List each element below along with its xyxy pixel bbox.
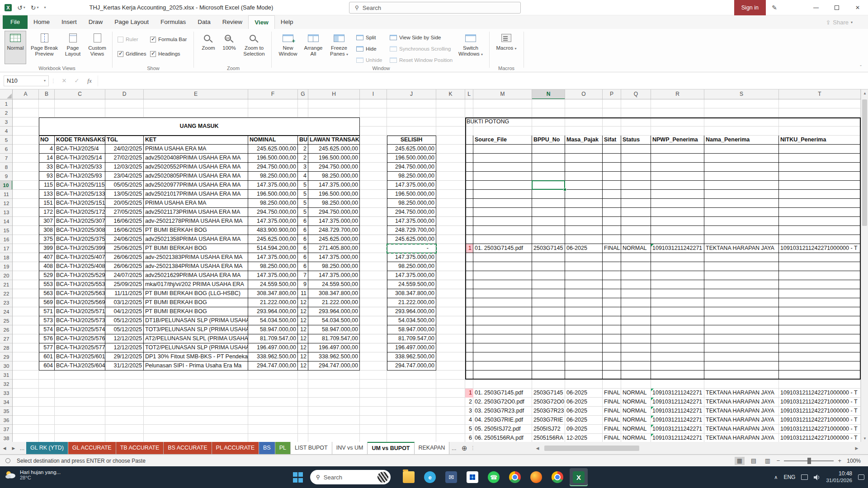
row-header-1[interactable]: 1	[0, 99, 13, 108]
page-layout-view-toggle[interactable]: ▤	[749, 457, 759, 465]
formula-input[interactable]	[98, 75, 868, 86]
cell-R31[interactable]	[651, 371, 704, 380]
cell-J15[interactable]: 248.729.700,00	[387, 226, 436, 235]
horizontal-scrollbar-thumb[interactable]	[544, 446, 639, 451]
cell-B29[interactable]: 601	[39, 352, 55, 361]
cell-F29[interactable]: 338.962.500,00	[248, 352, 298, 361]
row-header-31[interactable]: 31	[0, 371, 13, 380]
cell-E18[interactable]: adv-25021383PRIMA USAHA ERA MA	[144, 253, 248, 262]
cell-D18[interactable]: 26/06/2025	[105, 253, 144, 262]
cell-C22[interactable]: BCA-THJ/2025/563	[55, 289, 105, 298]
cell-D11[interactable]: 13/05/2025	[105, 190, 144, 199]
cell-N18[interactable]	[532, 253, 565, 262]
cell-B20[interactable]: 529	[39, 271, 55, 280]
cell-D14[interactable]: 16/06/2025	[105, 217, 144, 226]
tab-scroll-separator[interactable]: ⋮	[470, 442, 473, 454]
cell-S26[interactable]	[704, 325, 779, 334]
cell-B11[interactable]: 133	[39, 190, 55, 199]
taskbar-excel-icon[interactable]: X	[570, 468, 588, 486]
cell-P31[interactable]	[603, 371, 621, 380]
cell-Q20[interactable]	[621, 271, 651, 280]
taskbar-edge-icon[interactable]: e	[421, 468, 439, 486]
custom-views-button[interactable]: Custom Views	[85, 31, 109, 64]
cell-R23[interactable]	[651, 298, 704, 307]
cell-R34[interactable]: 1091031211242271	[651, 398, 704, 407]
cell-D6[interactable]: 24/02/2025	[105, 145, 144, 154]
cell-D9[interactable]: 23/04/2025	[105, 172, 144, 181]
column-header-L[interactable]: L	[465, 89, 473, 99]
cell-N37[interactable]: 2505ISJ72	[532, 425, 565, 434]
cell-P20[interactable]	[603, 271, 621, 280]
cell-L5[interactable]	[465, 136, 473, 145]
cell-P23[interactable]	[603, 298, 621, 307]
start-button[interactable]	[293, 472, 304, 483]
macros-button[interactable]: Macros ▾	[495, 31, 518, 64]
cell-S34[interactable]: TEKTANA HARAPAN JAYA	[704, 398, 779, 407]
cell-T27[interactable]	[779, 334, 861, 343]
taskbar-mail-icon[interactable]: ✉	[442, 468, 460, 486]
cell-C29[interactable]: BCA-THJ/2025/601	[55, 352, 105, 361]
vertical-scrollbar[interactable]: ▲ ▼	[861, 89, 868, 442]
cell-T13[interactable]	[779, 208, 861, 217]
cell-J14[interactable]: 147.375.000,00	[387, 217, 436, 226]
cell-L31[interactable]	[465, 371, 473, 380]
cell-N15[interactable]	[532, 226, 565, 235]
cell-H16[interactable]: 245.625.000,00	[308, 235, 360, 244]
sheet-tab-gl-rk-ytd-[interactable]: GL RK (YTD)	[26, 442, 68, 454]
cell-F23[interactable]: 21.222.000,00	[248, 298, 298, 307]
cell-E9[interactable]: adv25020805PRIMA USAHA ERA MA	[144, 172, 248, 181]
cell-C24[interactable]: BCA-THJ/2025/571	[55, 307, 105, 316]
cell-E5[interactable]: KET	[144, 136, 248, 145]
switch-windows-button[interactable]: Switch Windows ▾	[457, 31, 485, 64]
hidden-icons-chevron[interactable]: ∧	[774, 474, 778, 480]
cell-J30[interactable]: 294.747.000,00	[387, 361, 436, 371]
cell-C14[interactable]: BCA-THJ/2025/307	[55, 217, 105, 226]
cell-H19[interactable]: 98.250.000,00	[308, 262, 360, 271]
cell-T38[interactable]: 1091031211242271000000 - T	[779, 434, 861, 442]
cell-S9[interactable]	[704, 172, 779, 181]
cell-G27[interactable]: 12	[298, 334, 308, 343]
sheet-tab-bs[interactable]: BS	[259, 442, 275, 454]
minimize-button[interactable]: —	[806, 0, 826, 15]
cell-S15[interactable]	[704, 226, 779, 235]
cell-R21[interactable]	[651, 280, 704, 289]
cell-P24[interactable]	[603, 307, 621, 316]
cell-J13[interactable]: 294.750.000,00	[387, 208, 436, 217]
cell-R11[interactable]	[651, 190, 704, 199]
cell-L8[interactable]	[465, 163, 473, 172]
cell-J8[interactable]: 294.750.000,00	[387, 163, 436, 172]
cell-O25[interactable]	[565, 316, 603, 325]
headings-checkbox[interactable]: Headings	[150, 49, 180, 59]
cell-G25[interactable]: 12	[298, 316, 308, 325]
pen-icon[interactable]: ✎	[767, 0, 782, 15]
cell-E20[interactable]: adv25021629PRIMA USAHA ERA MA	[144, 271, 248, 280]
cell-P17[interactable]: FINAL	[603, 244, 621, 253]
taskbar-firefox-icon[interactable]	[527, 468, 545, 486]
cell-P5[interactable]: Sifat	[603, 136, 621, 145]
cell-P7[interactable]	[603, 154, 621, 163]
cell-G8[interactable]: 3	[298, 163, 308, 172]
cell-N34[interactable]: 2503G72O0	[532, 398, 565, 407]
cell-J26[interactable]: 58.947.000,00	[387, 325, 436, 334]
cell-P38[interactable]: FINAL	[603, 434, 621, 442]
title-search-box[interactable]: ⚲ Search	[349, 2, 521, 14]
cell-T25[interactable]	[779, 316, 861, 325]
cell-P11[interactable]	[603, 190, 621, 199]
cell-Q38[interactable]: NORMAL	[621, 434, 651, 442]
column-header-D[interactable]: D	[105, 89, 144, 99]
uang-masuk-title[interactable]: UANG MASUK	[39, 117, 360, 136]
cell-O11[interactable]	[565, 190, 603, 199]
cell-N35[interactable]: 2503G7R23	[532, 407, 565, 416]
cell-P27[interactable]	[603, 334, 621, 343]
row-header-33[interactable]: 33	[0, 389, 13, 398]
zoom-out-button[interactable]: −	[777, 457, 780, 464]
cell-P26[interactable]	[603, 325, 621, 334]
cell-L14[interactable]	[465, 217, 473, 226]
cell-Q6[interactable]	[621, 145, 651, 154]
cell-R12[interactable]	[651, 199, 704, 208]
cell-M37[interactable]: 05. 2505ISJ72.pdf	[473, 425, 532, 434]
cell-B6[interactable]: 4	[39, 145, 55, 154]
cell-L20[interactable]	[465, 271, 473, 280]
taskbar-whatsapp-icon[interactable]: ☎	[485, 468, 503, 486]
cell-O14[interactable]	[565, 217, 603, 226]
